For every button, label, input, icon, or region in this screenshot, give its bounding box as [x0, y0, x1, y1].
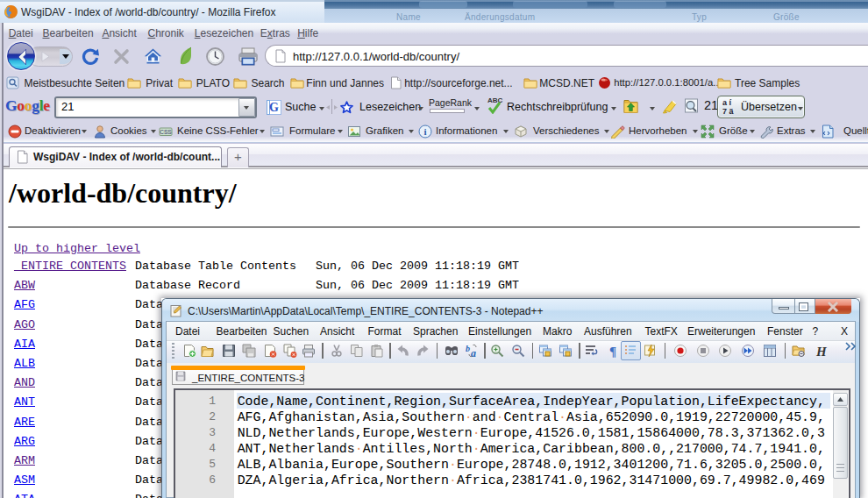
svg-text:¶: ¶: [609, 345, 616, 358]
svg-text:b: b: [466, 344, 470, 353]
svg-text:G: G: [269, 101, 279, 114]
svg-text:H: H: [815, 345, 828, 359]
svg-text:CSS: CSS: [160, 129, 172, 135]
svg-text:i: i: [423, 126, 426, 137]
